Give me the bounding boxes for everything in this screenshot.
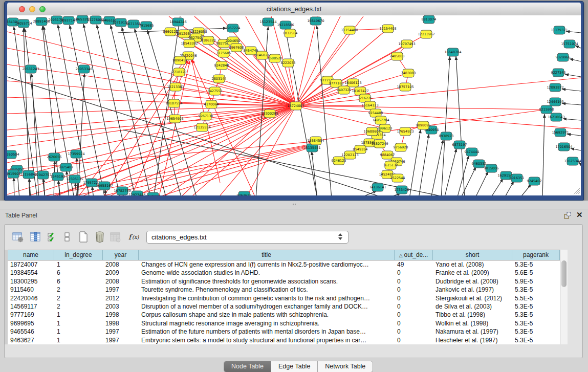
select-columns-icon[interactable]	[47, 231, 60, 244]
tab-network-table[interactable]: Network Table	[318, 361, 373, 372]
graph-node[interactable]: 12923446	[128, 191, 145, 195]
network-canvas[interactable]: 1884304614055714208914062093171420937147…	[7, 15, 581, 195]
graph-node[interactable]: 20891406	[33, 17, 50, 26]
table-settings-icon[interactable]	[12, 231, 25, 244]
graph-node[interactable]: 9246123	[332, 157, 346, 165]
graph-node[interactable]: 9245012	[146, 192, 161, 195]
graph-node[interactable]: 8222033	[281, 59, 296, 67]
graph-node[interactable]: 2620656	[47, 153, 62, 161]
window-titlebar[interactable]: citations_edges.txt	[7, 3, 581, 16]
canvas-resize-grip[interactable]	[574, 188, 580, 194]
new-table-icon[interactable]	[77, 231, 91, 244]
scrollbar-thumb[interactable]	[561, 260, 567, 287]
graph-node[interactable]: 16210643	[548, 113, 564, 121]
graph-node[interactable]: 9227343	[551, 69, 566, 77]
graph-node[interactable]: 3175685	[216, 49, 231, 57]
graph-node[interactable]: 15692971	[552, 128, 569, 137]
graph-node[interactable]: 16648784	[444, 48, 461, 56]
graph-node[interactable]: 17016504	[555, 143, 572, 151]
tab-edge-table[interactable]: Edge Table	[271, 361, 318, 372]
column-header-name[interactable]: name	[8, 250, 54, 260]
float-panel-icon[interactable]	[563, 211, 572, 220]
graph-node[interactable]: 11675344	[564, 157, 581, 165]
graph-node[interactable]: 2803144	[212, 75, 227, 83]
column-header-in_degree[interactable]: in_degree	[54, 250, 103, 260]
graph-node[interactable]: 7915685	[139, 21, 154, 30]
table-selector-dropdown[interactable]: citations_edges.txt	[146, 231, 349, 244]
graph-node[interactable]: 1615132	[383, 161, 398, 169]
graph-node[interactable]: 15751074	[561, 40, 578, 48]
graph-node[interactable]: 9474444	[465, 148, 480, 156]
graph-node[interactable]: 9756928	[394, 143, 408, 151]
graph-node[interactable]: 6873197	[452, 141, 467, 149]
graph-node[interactable]: 1733426	[395, 186, 409, 194]
table-row[interactable]: 2242004622012Investigating the contribut…	[8, 294, 560, 302]
graph-node[interactable]: 19797493	[398, 40, 415, 48]
graph-node[interactable]: 19218586	[277, 21, 294, 29]
graph-node[interactable]: 8660123	[163, 28, 178, 36]
graph-node[interactable]: 7485083	[390, 52, 405, 60]
graph-node[interactable]: 8813074	[422, 15, 437, 24]
graph-node[interactable]: 18944246	[169, 18, 186, 26]
graph-node[interactable]: 15123544	[259, 18, 276, 26]
graph-node[interactable]: 9329966	[556, 53, 571, 61]
show-columns-icon[interactable]	[29, 231, 42, 244]
splitter-grip[interactable]	[292, 203, 296, 206]
graph-node[interactable]: 12093872	[547, 83, 563, 92]
table-scrollbar[interactable]	[560, 250, 568, 344]
import-table-icon[interactable]	[109, 231, 122, 244]
graph-node[interactable]: 12444193	[547, 98, 563, 106]
graph-node[interactable]: 2718120	[172, 68, 187, 76]
table-row[interactable]: 1456911722003Disruption of a novel membe…	[8, 302, 560, 311]
graph-node[interactable]: 9815006	[484, 164, 499, 172]
delete-table-icon[interactable]	[94, 231, 107, 244]
graph-node[interactable]: 8427552	[208, 87, 223, 95]
graph-node[interactable]: 2967608	[229, 43, 244, 52]
graph-node[interactable]: 1832564	[283, 29, 298, 37]
graph-node[interactable]: 8215958	[539, 105, 554, 114]
column-header-short[interactable]: short	[433, 250, 512, 260]
graph-node[interactable]: 12505135	[66, 175, 83, 183]
graph-node[interactable]: 9898095	[416, 121, 431, 129]
column-header-out_de[interactable]: △out_de...	[395, 250, 433, 260]
graph-node[interactable]: 17654923	[397, 127, 413, 136]
table-row[interactable]: 946554611997Estimation of the future num…	[8, 327, 560, 336]
graph-node[interactable]: 9267130	[199, 112, 213, 120]
graph-node[interactable]: 1545193	[51, 172, 66, 181]
graph-node[interactable]: 1588520	[268, 54, 282, 62]
graph-node[interactable]: 16649670	[307, 17, 324, 25]
graph-node[interactable]: 8938923	[439, 132, 454, 140]
table-row[interactable]: 911546021997Tourette syndrome. Phenomeno…	[8, 286, 560, 294]
graph-node[interactable]: 12213967	[418, 30, 434, 38]
column-header-title[interactable]: title	[139, 250, 395, 260]
panel-splitter[interactable]	[0, 201, 588, 209]
graph-node[interactable]: 8016351	[510, 174, 525, 182]
row-options-icon[interactable]	[61, 231, 74, 244]
table-row[interactable]: 1872400712008Changes of HCN gene express…	[8, 260, 560, 269]
graph-node[interactable]: 7483083	[401, 69, 416, 77]
graph-node[interactable]: 2522544	[390, 174, 405, 182]
graph-node[interactable]: 18757105	[397, 83, 413, 91]
function-builder-icon[interactable]: f(x)	[127, 231, 141, 244]
graph-node[interactable]: 12154408	[379, 25, 396, 33]
table-row[interactable]: 946362711997Embryonic stem cells: a mode…	[8, 336, 560, 344]
graph-node[interactable]: 9890457	[173, 56, 188, 64]
graph-node[interactable]: 7957224	[226, 24, 241, 32]
graph-node[interactable]: 9975487	[59, 163, 74, 171]
graph-node[interactable]: 11179371	[551, 26, 568, 34]
graph-node[interactable]: 9463627	[237, 191, 252, 195]
graph-node[interactable]: 8186328	[201, 36, 216, 45]
table-row[interactable]: 977716911998Corpus callosum shape and si…	[8, 311, 560, 319]
column-header-pagerank[interactable]: pagerank	[512, 250, 560, 260]
graph-node[interactable]: 3915901	[7, 170, 20, 178]
column-header-year[interactable]: year	[103, 250, 139, 260]
graph-node[interactable]: 9242848	[214, 61, 229, 70]
table-row[interactable]: 1938455462009Genome-wide association stu…	[8, 269, 560, 277]
graph-node[interactable]: 4170064	[204, 100, 219, 108]
table-row[interactable]: 1830029562008Estimation of significance …	[8, 277, 560, 286]
graph-node[interactable]: 9245402	[527, 177, 542, 185]
graph-node[interactable]: 20260504	[7, 150, 19, 159]
graph-node[interactable]: 11154408	[341, 26, 358, 34]
tab-node-table[interactable]: Node Table	[224, 361, 271, 372]
close-panel-icon[interactable]: ✕	[576, 210, 583, 220]
